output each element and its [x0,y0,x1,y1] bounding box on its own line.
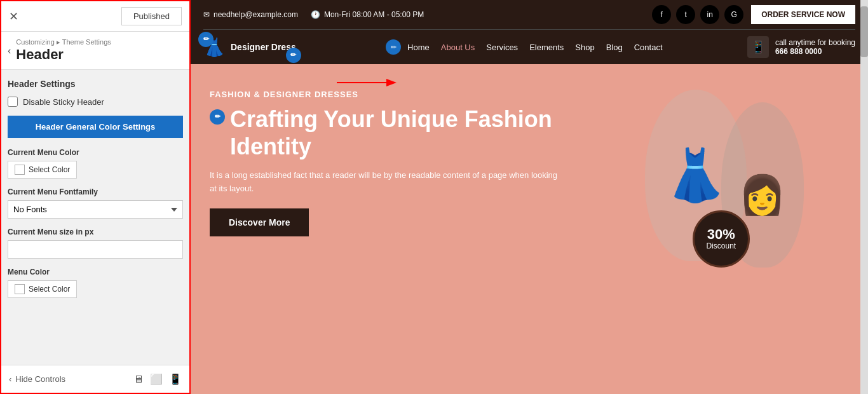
select-color-2-button[interactable]: Select Color [8,280,77,298]
nav-shop[interactable]: Shop [575,43,594,52]
hero-image-area: 👗 👩 30% Discount [593,90,849,274]
font-family-select[interactable]: No Fonts [8,200,183,219]
breadcrumb-content: Customizing ▸ Theme Settings Header [16,38,111,63]
hide-controls-label: Hide Controls [15,374,65,384]
edit-logo-icon[interactable]: ✏ [198,32,214,47]
hours-info: 🕐 Mon-Fri 08:00 AM - 05:00 PM [311,10,424,19]
back-button[interactable]: ‹ [8,45,11,57]
discount-percentage: 30% [707,228,735,241]
nav-elements[interactable]: Elements [529,43,564,52]
color-swatch-2 [15,284,25,294]
call-text: call anytime for booking [775,38,855,47]
contact-details: call anytime for booking 666 888 0000 [775,38,855,56]
hero-section: FASHION & DESIGNER DRESSES ✏ Crafting Yo… [191,64,868,287]
model-icon: 👩 [738,172,786,217]
right-contact: 📱 call anytime for booking 666 888 0000 [747,36,855,58]
top-bar: ✕ Published [1,1,189,32]
select-color-1-button[interactable]: Select Color [8,161,77,179]
current-menu-fontfamily-label: Current Menu Fontfamily [8,187,183,196]
breadcrumb-path: Customizing ▸ Theme Settings [16,38,111,46]
nav-home[interactable]: Home [407,43,430,52]
linkedin-icon[interactable]: in [700,5,719,24]
select-color-2-label: Select Color [29,285,70,294]
disable-sticky-header-checkbox[interactable] [8,97,18,107]
twitter-icon[interactable]: t [676,5,695,24]
logo-area: ✏ 👗 Designer Dress ✏ [203,37,296,58]
desktop-icon-button[interactable]: 🖥 [133,373,144,385]
tablet-icon-button[interactable]: ⬜ [150,373,163,385]
hero-description: It is a long established fact that a rea… [210,169,561,196]
breadcrumb-area: ‹ Customizing ▸ Theme Settings Header [1,32,189,70]
arrow-indicator [330,64,407,102]
preview-area: ✉ needhelp@example.com 🕐 Mon-Fri 08:00 A… [191,0,868,394]
hero-text: FASHION & DESIGNER DRESSES ✏ Crafting Yo… [210,90,561,236]
nav-about[interactable]: About Us [441,43,475,52]
close-button[interactable]: ✕ [9,10,18,24]
hide-controls-button[interactable]: ‹ Hide Controls [9,374,65,384]
phone-number: 666 888 0000 [775,47,855,56]
email-info: ✉ needhelp@example.com [203,10,298,19]
device-icons: 🖥 ⬜ 📱 [133,373,182,385]
nav-blog[interactable]: Blog [606,43,623,52]
discover-more-button[interactable]: Discover More [210,208,309,236]
navigation-bar: ✏ 👗 Designer Dress ✏ ✏ Home About Us Ser… [203,30,855,64]
brand-name: Designer Dress [231,42,296,52]
contact-info: ✉ needhelp@example.com 🕐 Mon-Fri 08:00 A… [203,10,424,19]
color-swatch-1 [15,165,25,175]
header-color-settings-button[interactable]: Header General Color Settings [8,116,183,138]
nav-services[interactable]: Services [486,43,518,52]
scrollbar-thumb[interactable] [860,6,868,57]
hero-title-text: Crafting Your Unique Fashion Identity [230,105,561,160]
bottom-bar: ‹ Hide Controls 🖥 ⬜ 📱 [1,365,189,393]
email-icon: ✉ [203,10,210,19]
discount-badge: 30% Discount [693,210,750,268]
scrollbar[interactable] [860,0,868,394]
menu-size-input[interactable] [8,240,183,259]
order-service-button[interactable]: ORDER SERVICE NOW [751,5,855,24]
business-hours: Mon-Fri 08:00 AM - 05:00 PM [324,10,424,19]
panel-title: Header [16,46,111,63]
nav-links: Home About Us Services Elements Shop Blo… [407,43,662,52]
published-button[interactable]: Published [121,7,182,25]
menu-size-label: Current Menu size in px [8,228,183,236]
dress-icon: 👗 [664,146,728,205]
facebook-icon[interactable]: f [652,5,671,24]
chevron-left-icon: ‹ [9,374,11,384]
select-color-1-label: Select Color [29,165,70,174]
site-header: ✉ needhelp@example.com 🕐 Mon-Fri 08:00 A… [191,0,868,64]
google-icon[interactable]: G [724,5,743,24]
left-panel: ✕ Published ‹ Customizing ▸ Theme Settin… [0,0,191,394]
social-icons: f t in G [652,5,743,24]
menu-color-label: Menu Color [8,268,183,276]
hero-title: ✏ Crafting Your Unique Fashion Identity [210,105,561,160]
edit-hero-icon[interactable]: ✏ [210,109,225,125]
sticky-header-label: Disable Sticky Header [23,97,104,107]
edit-brand-icon[interactable]: ✏ [286,48,301,63]
section-label: Header Settings [8,79,183,89]
email-address: needhelp@example.com [214,10,298,19]
sticky-header-row: Disable Sticky Header [8,97,183,107]
mobile-icon-button[interactable]: 📱 [169,373,182,385]
hero-visual: 👗 👩 30% Discount [639,90,804,274]
phone-icon: 📱 [747,36,769,58]
top-info-bar: ✉ needhelp@example.com 🕐 Mon-Fri 08:00 A… [203,0,855,30]
nav-contact[interactable]: Contact [634,43,663,52]
current-menu-color-label: Current Menu Color [8,148,183,157]
clock-icon: 🕐 [311,10,320,19]
discount-label: Discount [706,241,736,250]
edit-menu-icon[interactable]: ✏ [386,39,401,55]
panel-content: Header Settings Disable Sticky Header He… [1,70,189,365]
